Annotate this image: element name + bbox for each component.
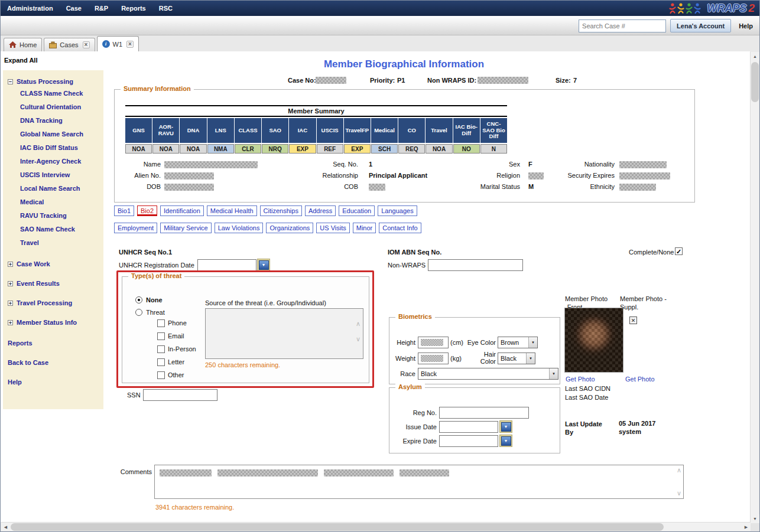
asylum-expire-date-input[interactable] — [439, 435, 498, 447]
menu-rp[interactable]: R&P — [88, 1, 115, 16]
menu-case[interactable]: Case — [60, 1, 88, 16]
summary-column-header: Medical — [371, 118, 398, 143]
tab-w1[interactable]: i W1 × — [97, 36, 139, 51]
name-label: Name — [119, 161, 161, 168]
sidebar-item-event-results[interactable]: + Event Results — [4, 278, 102, 289]
sidebar-item-status-processing[interactable]: − Status Processing — [4, 76, 102, 87]
sidebar-item-reports[interactable]: Reports — [4, 338, 102, 348]
non-wraps-id-input[interactable] — [428, 259, 523, 271]
comments-textarea[interactable]: ∧ ∨ — [154, 465, 684, 499]
get-photo-suppl-link[interactable]: Get Photo — [625, 376, 655, 383]
no-photo-icon[interactable]: ✕ — [629, 316, 637, 324]
menu-administration[interactable]: Administration — [1, 1, 60, 16]
horizontal-scrollbar[interactable]: ◀ ▶ — [1, 522, 751, 531]
sidebar-item-iac-bio-diff-status[interactable]: IAC Bio Diff Status — [4, 141, 102, 155]
status-badge: NOA — [426, 144, 452, 154]
tree-expand-icon[interactable]: + — [8, 281, 13, 286]
horizontal-scrollbar-thumb[interactable] — [11, 523, 664, 531]
sidebar-item-dna-tracking[interactable]: DNA Tracking — [4, 114, 102, 128]
sidebar-item-medical[interactable]: Medical — [4, 195, 102, 209]
sidebar-item-case-work[interactable]: + Case Work — [4, 259, 102, 269]
tab-contact-info[interactable]: Contact Info — [379, 223, 421, 233]
sidebar-item-back-to-case[interactable]: Back to Case — [4, 357, 102, 368]
weight-input[interactable] — [418, 353, 449, 364]
close-icon[interactable]: × — [83, 41, 90, 48]
tab-languages[interactable]: Languages — [378, 205, 417, 216]
account-button[interactable]: Lena's Account — [670, 19, 731, 32]
eye-color-select[interactable]: Brown ▼ — [498, 337, 538, 348]
tab-medical-health[interactable]: Medical Health — [207, 205, 257, 216]
threat-other-checkbox[interactable] — [157, 371, 165, 379]
tab-minor[interactable]: Minor — [353, 223, 376, 233]
tab-military-service[interactable]: Military Service — [160, 223, 212, 233]
unhcr-reg-date-input[interactable] — [197, 259, 256, 271]
sidebar-item-uscis-interview[interactable]: USCIS Interview — [4, 168, 102, 182]
asylum-expire-date-calendar-button[interactable]: ▼ — [499, 435, 512, 447]
search-case-input[interactable] — [579, 19, 666, 32]
chevron-up-icon[interactable]: ∧ — [356, 321, 360, 327]
tab-home[interactable]: Home — [4, 38, 42, 51]
sidebar-item-travel[interactable]: Travel — [4, 236, 102, 250]
tab-address[interactable]: Address — [305, 205, 336, 216]
threat-in-person-checkbox[interactable] — [157, 345, 165, 353]
scroll-up-icon[interactable]: ▲ — [751, 52, 759, 61]
vertical-scrollbar-thumb[interactable] — [751, 62, 759, 102]
sidebar-item-class-name-check[interactable]: CLASS Name Check — [4, 87, 102, 100]
tree-expand-icon[interactable]: + — [8, 320, 13, 325]
scroll-left-icon[interactable]: ◀ — [1, 523, 10, 531]
last-sao-date-label: Last SAO Date — [565, 394, 608, 401]
complete-none-checkbox[interactable]: ✓ — [675, 247, 683, 255]
sidebar-item-sao-name-check[interactable]: SAO Name Check — [4, 223, 102, 236]
summary-legend: Summary Information — [121, 85, 194, 92]
religion-value-redacted — [528, 172, 544, 179]
race-select[interactable]: Black ▼ — [418, 368, 558, 380]
close-icon[interactable]: × — [126, 41, 134, 48]
menu-rsc[interactable]: RSC — [152, 1, 179, 16]
last-update-date: 05 Jun 2017 — [619, 420, 655, 427]
sidebar-item-travel-processing[interactable]: + Travel Processing — [4, 298, 102, 308]
threat-letter-checkbox[interactable] — [157, 358, 165, 366]
ssn-input[interactable] — [143, 389, 217, 401]
sidebar-item-inter-agency-check[interactable]: Inter-Agency Check — [4, 155, 102, 168]
menu-reports[interactable]: Reports — [115, 1, 152, 16]
sidebar-item-local-name-search[interactable]: Local Name Search — [4, 182, 102, 195]
threat-email-checkbox[interactable] — [157, 332, 165, 340]
tab-employment[interactable]: Employment — [114, 223, 157, 233]
sidebar-item-help[interactable]: Help — [4, 377, 102, 387]
sidebar-item-member-status-info[interactable]: + Member Status Info — [4, 317, 102, 328]
tab-education[interactable]: Education — [339, 205, 375, 216]
tree-collapse-icon[interactable]: − — [8, 79, 13, 84]
tree-expand-icon[interactable]: + — [8, 301, 13, 306]
chevron-up-icon[interactable]: ∧ — [677, 467, 681, 474]
chevron-down-icon[interactable]: ∨ — [356, 336, 360, 342]
tab-citizenships[interactable]: Citizenships — [260, 205, 302, 216]
scroll-down-icon[interactable]: ▼ — [751, 514, 759, 523]
sidebar-item-global-name-search[interactable]: Global Name Search — [4, 128, 102, 141]
expand-all-link[interactable]: Expand All — [4, 57, 37, 64]
tab-cases[interactable]: Cases × — [44, 38, 95, 51]
threat-threat-radio[interactable] — [135, 309, 142, 316]
height-input[interactable] — [418, 337, 449, 348]
tab-organizations[interactable]: Organizations — [266, 223, 313, 233]
asylum-reg-no-input[interactable] — [439, 407, 529, 419]
hair-color-select[interactable]: Black ▼ — [498, 353, 535, 364]
sidebar-item-cultural-orientation[interactable]: Cultural Orientation — [4, 100, 102, 114]
scroll-right-icon[interactable]: ▶ — [742, 523, 751, 531]
tab-bio1[interactable]: Bio1 — [114, 205, 134, 216]
tab-us-visits[interactable]: US Visits — [316, 223, 349, 233]
tab-law-violations[interactable]: Law Violations — [215, 223, 264, 233]
asylum-issue-date-calendar-button[interactable]: ▼ — [499, 420, 512, 433]
get-photo-front-link[interactable]: Get Photo — [566, 376, 595, 383]
help-link[interactable]: Help — [735, 22, 756, 30]
tab-bio2[interactable]: Bio2 — [137, 205, 157, 216]
asylum-issue-date-input[interactable] — [439, 421, 498, 433]
chevron-down-icon[interactable]: ∨ — [677, 490, 681, 497]
threat-source-textarea[interactable]: ∧ ∨ — [205, 308, 363, 359]
unhcr-reg-date-calendar-button[interactable]: ▼ — [257, 259, 270, 271]
threat-phone-checkbox[interactable] — [157, 319, 165, 327]
vertical-scrollbar[interactable]: ▲ ▼ — [750, 52, 759, 523]
threat-none-radio[interactable] — [135, 296, 142, 303]
tree-expand-icon[interactable]: + — [8, 262, 13, 267]
tab-identification[interactable]: Identification — [160, 205, 204, 216]
sidebar-item-ravu-tracking[interactable]: RAVU Tracking — [4, 209, 102, 223]
